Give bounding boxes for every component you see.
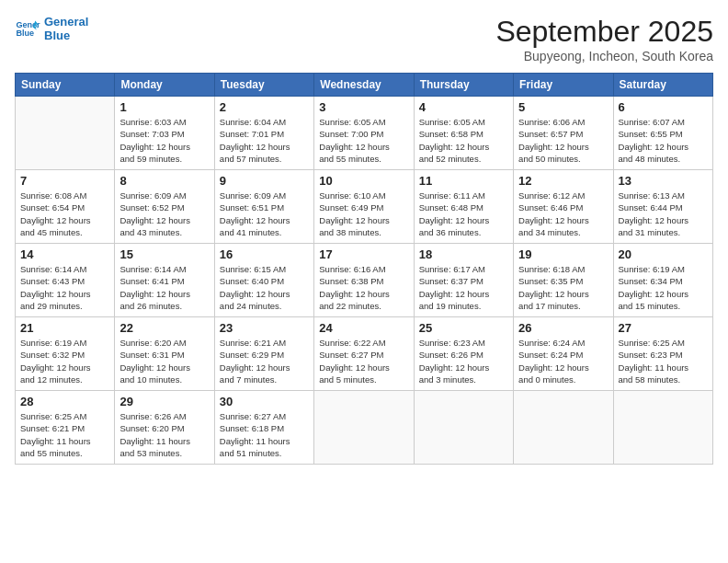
day-number: 7 [20,174,109,188]
day-number: 11 [419,174,508,188]
day-number: 30 [220,395,309,408]
calendar-cell: 8Sunrise: 6:09 AM Sunset: 6:52 PM Daylig… [115,170,214,244]
week-row-2: 7Sunrise: 6:08 AM Sunset: 6:54 PM Daylig… [16,170,713,244]
day-number: 10 [319,174,408,188]
day-info: Sunrise: 6:27 AM Sunset: 6:18 PM Dayligh… [220,410,309,459]
calendar-cell: 13Sunrise: 6:13 AM Sunset: 6:44 PM Dayli… [613,170,712,244]
day-info: Sunrise: 6:03 AM Sunset: 7:03 PM Dayligh… [119,116,209,165]
day-number: 14 [20,247,109,261]
svg-text:Blue: Blue [16,29,34,38]
day-info: Sunrise: 6:04 AM Sunset: 7:01 PM Dayligh… [220,116,309,165]
day-info: Sunrise: 6:09 AM Sunset: 6:51 PM Dayligh… [220,190,309,238]
calendar-cell: 20Sunrise: 6:19 AM Sunset: 6:34 PM Dayli… [613,244,712,317]
day-info: Sunrise: 6:11 AM Sunset: 6:48 PM Dayligh… [419,190,508,238]
weekday-header-saturday: Saturday [613,74,712,97]
day-info: Sunrise: 6:07 AM Sunset: 6:55 PM Dayligh… [619,116,708,165]
day-info: Sunrise: 6:21 AM Sunset: 6:29 PM Dayligh… [220,337,309,385]
day-number: 23 [220,321,309,335]
calendar-cell: 4Sunrise: 6:05 AM Sunset: 6:58 PM Daylig… [414,97,513,170]
calendar-cell: 30Sunrise: 6:27 AM Sunset: 6:18 PM Dayli… [214,391,313,465]
day-number: 29 [119,395,209,408]
day-number: 27 [619,321,708,335]
day-info: Sunrise: 6:23 AM Sunset: 6:26 PM Dayligh… [419,337,508,385]
calendar-cell: 29Sunrise: 6:26 AM Sunset: 6:20 PM Dayli… [115,391,214,465]
calendar-cell: 21Sunrise: 6:19 AM Sunset: 6:32 PM Dayli… [16,317,115,391]
calendar-cell: 22Sunrise: 6:20 AM Sunset: 6:31 PM Dayli… [115,317,214,391]
calendar-cell: 9Sunrise: 6:09 AM Sunset: 6:51 PM Daylig… [214,170,313,244]
svg-text:General: General [16,20,40,29]
day-number: 18 [419,247,508,261]
calendar-cell: 27Sunrise: 6:25 AM Sunset: 6:23 PM Dayli… [613,317,712,391]
day-number: 17 [319,247,408,261]
day-number: 28 [20,395,109,408]
day-number: 21 [20,321,109,335]
day-info: Sunrise: 6:26 AM Sunset: 6:20 PM Dayligh… [119,410,209,459]
day-info: Sunrise: 6:05 AM Sunset: 7:00 PM Dayligh… [319,116,408,165]
day-info: Sunrise: 6:13 AM Sunset: 6:44 PM Dayligh… [619,190,708,238]
day-number: 22 [119,321,209,335]
day-info: Sunrise: 6:18 AM Sunset: 6:35 PM Dayligh… [518,263,608,312]
calendar-cell: 15Sunrise: 6:14 AM Sunset: 6:41 PM Dayli… [115,244,214,317]
day-info: Sunrise: 6:06 AM Sunset: 6:57 PM Dayligh… [518,116,608,165]
calendar-cell [16,97,115,170]
calendar-cell: 2Sunrise: 6:04 AM Sunset: 7:01 PM Daylig… [214,97,313,170]
calendar-cell: 24Sunrise: 6:22 AM Sunset: 6:27 PM Dayli… [314,317,414,391]
day-info: Sunrise: 6:19 AM Sunset: 6:34 PM Dayligh… [619,263,708,312]
calendar-cell [314,391,414,465]
day-number: 12 [518,174,608,188]
weekday-header-friday: Friday [514,74,613,97]
day-info: Sunrise: 6:05 AM Sunset: 6:58 PM Dayligh… [419,116,508,165]
day-info: Sunrise: 6:12 AM Sunset: 6:46 PM Dayligh… [518,190,608,238]
calendar-cell: 7Sunrise: 6:08 AM Sunset: 6:54 PM Daylig… [16,170,115,244]
week-row-1: 1Sunrise: 6:03 AM Sunset: 7:03 PM Daylig… [16,97,713,170]
weekday-header-sunday: Sunday [16,74,115,97]
weekday-header-monday: Monday [115,74,214,97]
logo-icon: General Blue [15,16,40,41]
day-number: 25 [419,321,508,335]
calendar: SundayMondayTuesdayWednesdayThursdayFrid… [15,73,713,465]
calendar-cell [414,391,513,465]
day-info: Sunrise: 6:17 AM Sunset: 6:37 PM Dayligh… [419,263,508,312]
day-info: Sunrise: 6:15 AM Sunset: 6:40 PM Dayligh… [220,263,309,312]
calendar-cell: 25Sunrise: 6:23 AM Sunset: 6:26 PM Dayli… [414,317,513,391]
calendar-cell: 3Sunrise: 6:05 AM Sunset: 7:00 PM Daylig… [314,97,414,170]
calendar-cell: 28Sunrise: 6:25 AM Sunset: 6:21 PM Dayli… [16,391,115,465]
day-info: Sunrise: 6:20 AM Sunset: 6:31 PM Dayligh… [119,337,209,385]
calendar-cell: 5Sunrise: 6:06 AM Sunset: 6:57 PM Daylig… [514,97,613,170]
calendar-cell: 12Sunrise: 6:12 AM Sunset: 6:46 PM Dayli… [514,170,613,244]
day-number: 2 [220,100,309,114]
day-number: 6 [619,100,708,114]
day-number: 13 [619,174,708,188]
day-info: Sunrise: 6:22 AM Sunset: 6:27 PM Dayligh… [319,337,408,385]
calendar-cell: 23Sunrise: 6:21 AM Sunset: 6:29 PM Dayli… [214,317,313,391]
calendar-cell [613,391,712,465]
day-info: Sunrise: 6:14 AM Sunset: 6:41 PM Dayligh… [119,263,209,312]
weekday-header-wednesday: Wednesday [314,74,414,97]
calendar-cell: 17Sunrise: 6:16 AM Sunset: 6:38 PM Dayli… [314,244,414,317]
calendar-cell: 26Sunrise: 6:24 AM Sunset: 6:24 PM Dayli… [514,317,613,391]
main-title: September 2025 [495,15,713,49]
week-row-4: 21Sunrise: 6:19 AM Sunset: 6:32 PM Dayli… [16,317,713,391]
calendar-cell: 6Sunrise: 6:07 AM Sunset: 6:55 PM Daylig… [613,97,712,170]
day-number: 1 [119,100,209,114]
calendar-cell: 10Sunrise: 6:10 AM Sunset: 6:49 PM Dayli… [314,170,414,244]
day-info: Sunrise: 6:09 AM Sunset: 6:52 PM Dayligh… [119,190,209,238]
day-number: 19 [518,247,608,261]
day-number: 3 [319,100,408,114]
calendar-cell: 19Sunrise: 6:18 AM Sunset: 6:35 PM Dayli… [514,244,613,317]
day-number: 5 [518,100,608,114]
weekday-header-tuesday: Tuesday [214,74,313,97]
day-number: 8 [119,174,209,188]
calendar-cell: 1Sunrise: 6:03 AM Sunset: 7:03 PM Daylig… [115,97,214,170]
calendar-cell: 18Sunrise: 6:17 AM Sunset: 6:37 PM Dayli… [414,244,513,317]
day-number: 4 [419,100,508,114]
day-info: Sunrise: 6:25 AM Sunset: 6:21 PM Dayligh… [20,410,109,459]
calendar-cell: 14Sunrise: 6:14 AM Sunset: 6:43 PM Dayli… [16,244,115,317]
day-info: Sunrise: 6:19 AM Sunset: 6:32 PM Dayligh… [20,337,109,385]
calendar-cell [514,391,613,465]
day-number: 24 [319,321,408,335]
week-row-3: 14Sunrise: 6:14 AM Sunset: 6:43 PM Dayli… [16,244,713,317]
day-number: 16 [220,247,309,261]
sub-title: Bupyeong, Incheon, South Korea [495,49,713,63]
weekday-header-thursday: Thursday [414,74,513,97]
